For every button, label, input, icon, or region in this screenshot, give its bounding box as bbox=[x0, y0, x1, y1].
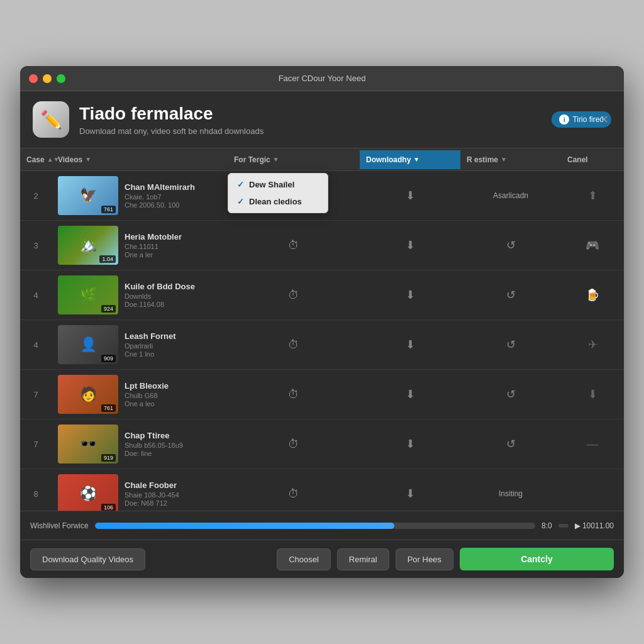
row-action-4[interactable]: ✈ bbox=[561, 333, 624, 357]
thumbnail-1: 🦅 761 bbox=[58, 176, 118, 215]
row-action-2[interactable]: 🎮 bbox=[561, 233, 624, 257]
footer-label: Wishlivel Forwice bbox=[30, 521, 89, 530]
remiral-button[interactable]: Remiral bbox=[337, 548, 389, 570]
row-download-5[interactable]: ⬇ bbox=[360, 382, 460, 406]
app-subtitle: Download mat ony, video soft be nhdad do… bbox=[79, 126, 552, 136]
check-icon-1: ✓ bbox=[237, 180, 244, 189]
table-row: 4 👤 909 Leash Fornet Oparlrarli Cne 1 ln… bbox=[20, 320, 624, 370]
title-bar: Facer CDour Yoor Need bbox=[20, 66, 624, 91]
action-icon-4: ✈ bbox=[588, 338, 597, 352]
table-header: Case ▲▼ Videos ▼ For Tergic ▼ ✓ Dew Shaí… bbox=[20, 148, 624, 171]
dropdown-item-2[interactable]: ✓ Dlean cledios bbox=[228, 193, 328, 210]
row-download-2[interactable]: ⬇ bbox=[360, 233, 460, 257]
row-download-3[interactable]: ⬇ bbox=[360, 283, 460, 307]
row-tergic-5: ⏱ bbox=[228, 383, 360, 406]
col-downloadhy[interactable]: Downloadhy ▼ bbox=[360, 150, 460, 169]
video-sub-1: Ckaie. 1ob7 bbox=[125, 193, 221, 201]
row-tergic-3: ⏱ bbox=[228, 284, 360, 307]
col-canel[interactable]: Canel bbox=[561, 150, 624, 169]
thumb-label-3: 924 bbox=[101, 305, 116, 313]
thumbnail-2: 🏔️ 1.04 bbox=[58, 226, 118, 265]
thumbnail-3: 🌿 924 bbox=[58, 275, 118, 314]
window-controls bbox=[29, 74, 65, 83]
row-video-4: 👤 909 Leash Fornet Oparlrarli Cne 1 lno bbox=[52, 320, 228, 369]
table-row: 3 🏔️ 1.04 Heria Motobler Che.11011 One a… bbox=[20, 221, 624, 270]
thumbnail-4: 👤 909 bbox=[58, 325, 118, 364]
row-num-7: 8 bbox=[20, 484, 52, 504]
video-info-3: Kuile of Bdd Dose Downlds Doe.1164.08 bbox=[125, 282, 221, 308]
header-text: Tiado fermalace Download mat ony, video … bbox=[79, 104, 552, 136]
thumb-label-4: 909 bbox=[101, 355, 116, 362]
table-row: 8 ⚽ 106 Chale Foober Shaie 108-J0-454 Do… bbox=[20, 469, 624, 511]
video-size-2: One a ler bbox=[125, 251, 221, 258]
video-size-6: Doe: line bbox=[125, 450, 221, 457]
row-action-6[interactable]: — bbox=[561, 433, 624, 456]
row-video-2: 🏔️ 1.04 Heria Motobler Che.11011 One a l… bbox=[52, 221, 228, 270]
row-status-6: ↺ bbox=[460, 432, 561, 456]
action-icon-5: ⬇ bbox=[588, 387, 597, 401]
row-action-1[interactable]: ⬆ bbox=[561, 184, 624, 208]
row-tergic-4: ⏱ bbox=[228, 333, 360, 357]
maximize-button[interactable] bbox=[57, 74, 65, 83]
download-icon-3: ⬇ bbox=[406, 288, 415, 302]
row-action-5[interactable]: ⬇ bbox=[561, 382, 624, 406]
footer-pages bbox=[558, 524, 569, 528]
window-title: Facer CDour Yoor Need bbox=[279, 74, 366, 83]
col-videos-label: Videos bbox=[58, 155, 82, 164]
action-icon-1: ⬆ bbox=[588, 189, 597, 203]
row-download-1[interactable]: ⬇ bbox=[360, 184, 460, 208]
row-status-7: Insiting bbox=[460, 484, 561, 503]
col-r-estime[interactable]: R estime ▼ bbox=[460, 150, 561, 169]
table-row: 4 🌿 924 Kuile of Bdd Dose Downlds Doe.11… bbox=[20, 270, 624, 320]
row-num-1: 2 bbox=[20, 186, 52, 206]
cantcly-button[interactable]: Cantcly bbox=[460, 548, 614, 570]
row-status-2: ↺ bbox=[460, 233, 561, 257]
dropdown-item-1[interactable]: ✓ Dew Shaílel bbox=[228, 176, 328, 193]
row-tergic-6: ⏱ bbox=[228, 433, 360, 456]
row-video-6: 🕶️ 919 Chap Ttiree Shulb b56.05-18u9 Doe… bbox=[52, 419, 228, 469]
col-for-tergic-label: For Tergic bbox=[234, 155, 270, 164]
row-num-3: 4 bbox=[20, 286, 52, 305]
col-for-tergic-arrow: ▼ bbox=[273, 156, 279, 163]
row-num-2: 3 bbox=[20, 236, 52, 255]
footer-total: ▶ 10011.00 bbox=[575, 521, 614, 530]
video-title-3: Kuile of Bdd Dose bbox=[125, 282, 221, 291]
progress-bar bbox=[95, 523, 535, 529]
row-download-7[interactable]: ⬇ bbox=[360, 482, 460, 506]
video-info-4: Leash Fornet Oparlrarli Cne 1 lno bbox=[125, 331, 221, 358]
video-sub-4: Oparlrarli bbox=[125, 342, 221, 350]
row-num-6: 7 bbox=[20, 435, 52, 454]
close-button[interactable] bbox=[29, 74, 38, 83]
app-icon: ✏️ bbox=[33, 101, 69, 138]
row-download-6[interactable]: ⬇ bbox=[360, 432, 460, 456]
col-r-estime-arrow: ▼ bbox=[501, 156, 507, 163]
col-case[interactable]: Case ▲▼ bbox=[20, 150, 52, 169]
row-action-3[interactable]: 🍺 bbox=[561, 283, 624, 307]
col-for-tergic[interactable]: For Tergic ▼ ✓ Dew Shaílel ✓ Dlean cledi… bbox=[228, 150, 360, 169]
video-size-1: Che 2006.50. 100 bbox=[125, 201, 221, 209]
row-action-7[interactable] bbox=[561, 489, 624, 499]
row-tergic-7: ⏱ bbox=[228, 482, 360, 506]
video-title-6: Chap Ttiree bbox=[125, 431, 221, 440]
download-icon-4: ⬇ bbox=[406, 338, 415, 352]
dropdown-item-1-label: Dew Shaílel bbox=[249, 180, 294, 189]
header-close-button[interactable]: ✕ bbox=[594, 110, 614, 129]
col-videos-arrow: ▼ bbox=[85, 156, 91, 163]
video-info-1: Chan MAltemirarh Ckaie. 1ob7 Che 2006.50… bbox=[125, 182, 221, 209]
minimize-button[interactable] bbox=[43, 74, 52, 83]
por-hees-button[interactable]: Por Hees bbox=[396, 548, 453, 570]
col-canel-label: Canel bbox=[567, 155, 588, 164]
video-sub-5: Chulb G68 bbox=[125, 392, 221, 399]
video-title-5: Lpt Bleoxie bbox=[125, 381, 221, 391]
video-size-4: Cne 1 lno bbox=[125, 350, 221, 358]
thumb-label-1: 761 bbox=[101, 206, 116, 213]
table-body: 2 🦅 761 Chan MAltemirarh Ckaie. 1ob7 Che… bbox=[20, 171, 624, 511]
row-status-4: ↺ bbox=[460, 333, 561, 357]
row-download-4[interactable]: ⬇ bbox=[360, 333, 460, 357]
row-num-4: 4 bbox=[20, 335, 52, 355]
table-row: 7 🧑 761 Lpt Bleoxie Chulb G68 One a leo … bbox=[20, 370, 624, 419]
choosel-button[interactable]: Choosel bbox=[277, 548, 331, 570]
download-quality-button[interactable]: Download Quality Videos bbox=[30, 548, 145, 570]
video-title-2: Heria Motobler bbox=[125, 232, 221, 242]
col-videos[interactable]: Videos ▼ bbox=[52, 150, 228, 169]
